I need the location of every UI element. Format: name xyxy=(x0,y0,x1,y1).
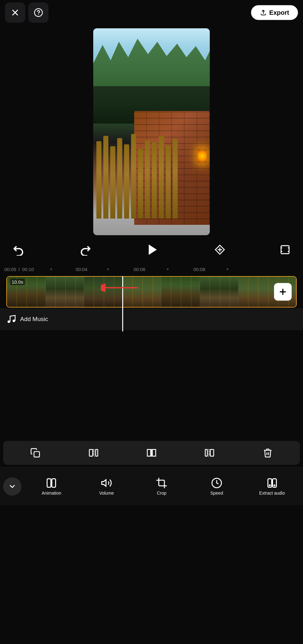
volume-label: Volume xyxy=(99,491,114,496)
svg-rect-10 xyxy=(205,449,208,456)
crop-label: Crop xyxy=(157,491,166,496)
nav-item-extract-audio[interactable]: Extract audio xyxy=(259,477,285,496)
delete-clip-button[interactable] xyxy=(260,445,276,461)
nav-item-volume[interactable]: Volume xyxy=(94,477,119,496)
svg-rect-7 xyxy=(89,449,93,456)
strip-thumb-5 xyxy=(161,277,200,307)
nav-item-animation[interactable]: Animation xyxy=(39,477,64,496)
help-button[interactable] xyxy=(28,3,49,23)
red-arrow-annotation xyxy=(101,280,139,297)
svg-rect-6 xyxy=(34,452,39,457)
empty-area xyxy=(0,331,303,438)
svg-marker-0 xyxy=(149,245,157,255)
time-current: 00:05 / 00:10 xyxy=(4,267,34,272)
video-scene xyxy=(93,28,210,235)
extract-audio-label: Extract audio xyxy=(259,491,285,496)
ruler-label-06: 00:06 xyxy=(134,267,146,272)
strip-thumb-2 xyxy=(46,277,84,307)
add-keyframe-button[interactable] xyxy=(214,244,225,255)
aspect-ratio-button[interactable] xyxy=(280,244,290,255)
nav-item-crop[interactable]: Crop xyxy=(149,477,174,496)
close-button[interactable] xyxy=(5,3,25,23)
video-preview xyxy=(0,25,303,237)
add-music-row[interactable]: Add Music xyxy=(0,308,303,330)
strip-thumb-6 xyxy=(200,277,239,307)
bottom-nav: Animation Volume Crop Speed xyxy=(0,467,303,505)
aspect-ratio-icon xyxy=(280,244,290,255)
svg-point-19 xyxy=(274,485,275,486)
svg-rect-12 xyxy=(47,479,51,487)
export-icon xyxy=(260,9,267,16)
volume-icon xyxy=(101,477,112,489)
video-frame xyxy=(93,28,210,235)
svg-marker-14 xyxy=(102,480,106,486)
split-left-icon xyxy=(89,448,99,458)
svg-rect-11 xyxy=(210,449,214,456)
speed-icon xyxy=(211,477,222,489)
copy-icon xyxy=(30,448,40,458)
close-icon xyxy=(10,8,20,17)
help-icon xyxy=(34,8,43,17)
split-right-button[interactable] xyxy=(201,445,218,461)
ruler-label-04: 00:04 xyxy=(76,267,88,272)
redo-button[interactable] xyxy=(79,244,91,256)
add-music-label: Add Music xyxy=(20,316,48,323)
nav-item-speed[interactable]: Speed xyxy=(204,477,229,496)
timeline-ruler: 00:05 / 00:10 00:04 00:06 00:08 xyxy=(0,262,303,276)
add-keyframe-icon xyxy=(214,244,225,255)
chevron-down-icon xyxy=(8,482,16,491)
nav-items: Animation Volume Crop Speed xyxy=(24,477,300,496)
play-icon xyxy=(146,243,160,257)
undo-button[interactable] xyxy=(13,244,25,256)
collapse-button[interactable] xyxy=(3,477,21,496)
music-note-icon xyxy=(6,314,16,324)
clip-tools-container xyxy=(0,438,303,467)
delete-icon xyxy=(263,448,273,458)
split-left-button[interactable] xyxy=(85,445,102,461)
redo-icon xyxy=(79,244,91,256)
scene-lantern xyxy=(198,149,207,163)
video-strip: 10.0s xyxy=(6,276,297,308)
export-label: Export xyxy=(269,9,289,16)
undo-icon xyxy=(13,244,25,256)
copy-clip-button[interactable] xyxy=(27,445,43,461)
time-separator: / xyxy=(19,267,20,272)
top-bar: Export xyxy=(0,0,303,25)
svg-point-18 xyxy=(269,485,270,486)
strip-duration-label: 10.0s xyxy=(10,279,25,285)
export-button[interactable]: Export xyxy=(251,5,298,20)
timeline-area: 10.0s Add Music xyxy=(0,276,303,331)
split-middle-button[interactable] xyxy=(143,445,160,461)
split-right-icon xyxy=(204,448,214,458)
scene-fence xyxy=(93,115,152,219)
extract-audio-icon xyxy=(266,477,278,489)
crop-icon xyxy=(156,477,167,489)
svg-point-4 xyxy=(8,320,10,323)
speed-label: Speed xyxy=(210,491,223,496)
svg-rect-8 xyxy=(95,449,98,456)
add-icon xyxy=(278,287,287,296)
ruler-label-08: 00:08 xyxy=(193,267,205,272)
playback-controls xyxy=(0,237,303,262)
animation-icon xyxy=(46,477,57,489)
svg-rect-13 xyxy=(52,479,56,487)
play-button[interactable] xyxy=(146,243,160,257)
add-clip-button[interactable] xyxy=(274,283,292,301)
current-time-value: 00:05 xyxy=(4,267,16,272)
svg-point-5 xyxy=(13,319,15,322)
svg-rect-1 xyxy=(281,246,289,254)
split-middle-icon xyxy=(146,448,157,458)
animation-label: Animation xyxy=(42,491,61,496)
total-time-value: 00:10 xyxy=(22,267,34,272)
